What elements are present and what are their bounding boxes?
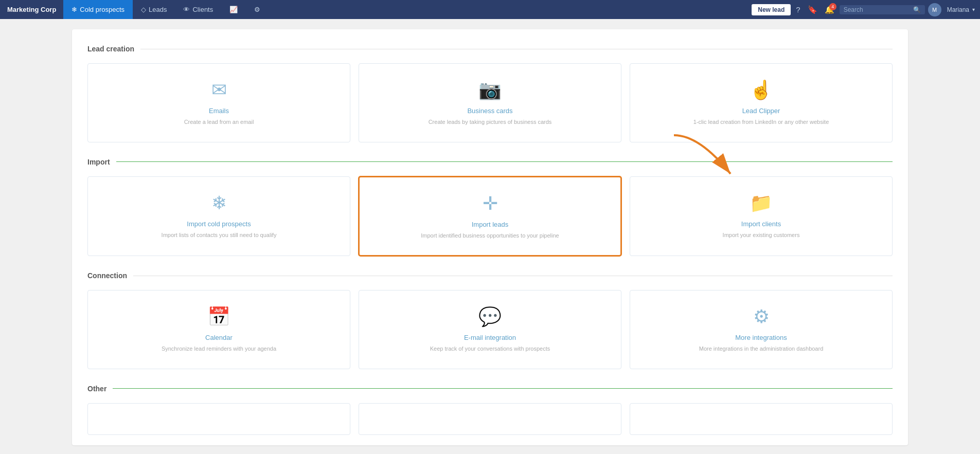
cold-prospects-icon: ❄ [211, 192, 227, 214]
connection-cards: 📅 Calendar Synchronize lead reminders wi… [87, 290, 893, 369]
search-box: 🔍 [840, 5, 925, 14]
nav-leads[interactable]: ◇ Leads [133, 0, 175, 19]
import-cold-prospects-desc: Import lists of contacts you still need … [162, 231, 277, 240]
import-cold-prospects-card[interactable]: ❄ Import cold prospects Import lists of … [87, 176, 350, 257]
business-cards-title: Business cards [467, 107, 512, 115]
calendar-desc: Synchronize lead reminders with your age… [162, 344, 276, 353]
search-icon: 🔍 [913, 6, 921, 13]
crosshair-icon: ✛ [483, 193, 498, 214]
import-divider [116, 161, 893, 162]
nav-clients[interactable]: 👁 Clients [175, 0, 221, 19]
chat-icon: 💬 [478, 306, 502, 328]
other-card-2[interactable] [359, 403, 621, 435]
chart-icon: 📈 [229, 6, 238, 13]
import-leads-title: Import leads [472, 221, 509, 228]
main-content: Lead creation ✉ Emails Create a lead fro… [0, 19, 980, 454]
user-dropdown-icon[interactable]: ▾ [972, 7, 975, 12]
other-cards [87, 403, 893, 435]
notifications-wrapper: 🔔 4 [823, 3, 836, 16]
emails-card[interactable]: ✉ Emails Create a lead from an email [87, 63, 350, 142]
eye-icon: 👁 [183, 6, 190, 13]
lead-clipper-desc: 1-clic lead creation from LinkedIn or an… [693, 118, 829, 126]
other-section-header: Other [87, 385, 893, 393]
gear-icon: ⚙ [254, 6, 260, 13]
diamond-icon: ◇ [141, 6, 146, 13]
lead-creation-cards: ✉ Emails Create a lead from an email 📷 B… [87, 63, 893, 142]
user-name: Mariana [947, 6, 969, 13]
connection-divider [133, 276, 893, 276]
import-leads-card[interactable]: ✛ Import leads Import identified busines… [359, 176, 621, 257]
calendar-card[interactable]: 📅 Calendar Synchronize lead reminders wi… [87, 290, 350, 369]
lead-clipper-card[interactable]: ☝ Lead Clipper 1-clic lead creation from… [630, 63, 893, 142]
emails-card-title: Emails [209, 107, 229, 115]
nav-cold-prospects[interactable]: ❄ Cold prospects [63, 0, 133, 19]
calendar-title: Calendar [205, 334, 233, 341]
email-integration-card[interactable]: 💬 E-mail integration Keep track of your … [359, 290, 621, 369]
import-cold-prospects-title: Import cold prospects [187, 220, 251, 228]
help-button[interactable]: ? [794, 3, 802, 16]
email-icon: ✉ [211, 79, 227, 101]
import-clients-card[interactable]: 📁 Import clients Import your existing cu… [630, 176, 893, 257]
business-cards-card[interactable]: 📷 Business cards Create leads by taking … [359, 63, 621, 142]
calendar-icon: 📅 [207, 306, 230, 328]
lead-creation-section-header: Lead creation [87, 45, 893, 53]
search-input[interactable] [844, 6, 911, 13]
emails-card-desc: Create a lead from an email [184, 118, 254, 126]
notification-badge: 4 [829, 3, 836, 10]
snowflake-icon: ❄ [72, 6, 77, 13]
import-cards-wrapper: ❄ Import cold prospects Import lists of … [87, 176, 893, 257]
import-cards: ❄ Import cold prospects Import lists of … [87, 176, 893, 257]
email-integration-title: E-mail integration [464, 334, 516, 341]
other-title: Other [87, 385, 106, 393]
import-section-header: Import [87, 158, 893, 166]
nav-settings[interactable]: ⚙ [246, 0, 269, 19]
import-clients-desc: Import your existing customers [723, 231, 800, 240]
connection-section-header: Connection [87, 271, 893, 280]
import-clients-title: Import clients [741, 220, 781, 228]
topnav: Marketing Corp ❄ Cold prospects ◇ Leads … [0, 0, 980, 19]
connection-title: Connection [87, 271, 127, 280]
folder-icon: 📁 [750, 192, 773, 214]
lead-creation-divider [140, 49, 893, 49]
import-leads-desc: Import identified business opportunities… [421, 231, 559, 240]
brand-label: Marketing Corp [0, 0, 63, 19]
other-card-1[interactable] [87, 403, 350, 435]
other-card-3[interactable] [630, 403, 893, 435]
more-integrations-desc: More integrations in the administration … [699, 344, 824, 353]
lead-creation-title: Lead creation [87, 45, 134, 53]
lead-clipper-title: Lead Clipper [742, 107, 780, 115]
content-card: Lead creation ✉ Emails Create a lead fro… [72, 29, 908, 445]
new-lead-button[interactable]: New lead [752, 4, 791, 15]
bookmark-button[interactable]: 🔖 [806, 3, 819, 16]
other-divider [113, 388, 893, 389]
email-integration-desc: Keep track of your conversations with pr… [430, 344, 550, 353]
more-integrations-card[interactable]: ⚙ More integrations More integrations in… [630, 290, 893, 369]
camera-icon: 📷 [478, 79, 502, 101]
nav-chart[interactable]: 📈 [221, 0, 246, 19]
more-integrations-title: More integrations [735, 334, 787, 341]
pointer-icon: ☝ [750, 79, 773, 101]
avatar: M [928, 3, 941, 16]
business-cards-desc: Create leads by taking pictures of busin… [429, 118, 552, 126]
topnav-right: New lead ? 🔖 🔔 4 🔍 M Mariana ▾ [752, 3, 980, 16]
settings-icon: ⚙ [753, 306, 770, 328]
import-title: Import [87, 158, 110, 166]
